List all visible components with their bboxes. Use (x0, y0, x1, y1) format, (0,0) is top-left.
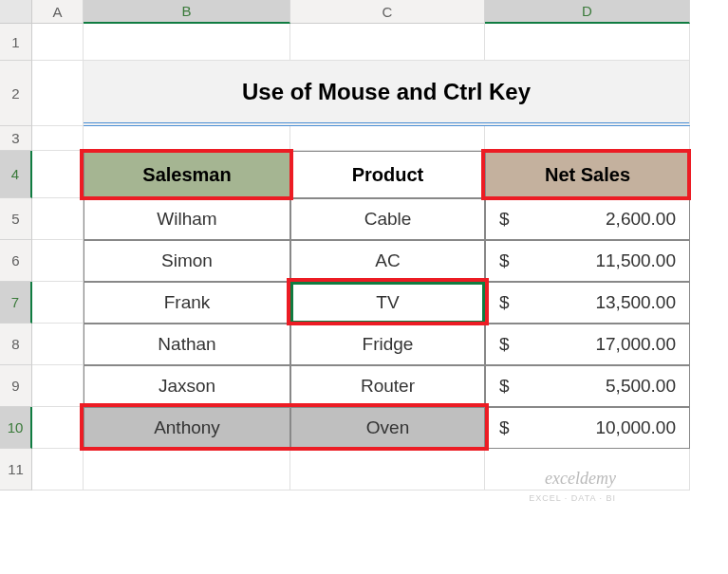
currency-symbol: $ (499, 292, 510, 313)
row-header-10[interactable]: 10 (0, 407, 32, 449)
cell-b6[interactable]: Simon (84, 240, 290, 282)
currency-symbol: $ (499, 376, 510, 397)
cell-a10[interactable] (32, 407, 84, 449)
col-header-c[interactable]: C (290, 0, 485, 24)
row-header-8[interactable]: 8 (0, 324, 32, 365)
currency-symbol: $ (499, 334, 510, 355)
cell-d3[interactable] (485, 126, 690, 151)
money-value: 5,500.00 (606, 376, 676, 397)
cell-c3[interactable] (290, 126, 485, 151)
cell-a2[interactable] (32, 61, 84, 126)
currency-symbol: $ (499, 209, 510, 230)
cell-a8[interactable] (32, 324, 84, 365)
select-all-corner[interactable] (0, 0, 32, 24)
cell-b11[interactable] (84, 449, 290, 491)
cell-a9[interactable] (32, 365, 84, 407)
cell-d5[interactable]: $2,600.00 (485, 198, 690, 240)
cell-a11[interactable] (32, 449, 84, 491)
currency-symbol: $ (499, 250, 510, 271)
row-header-7[interactable]: 7 (0, 282, 32, 324)
header-netsales[interactable]: Net Sales (485, 151, 690, 198)
cell-b3[interactable] (84, 126, 290, 151)
cell-c7-active[interactable]: TV (290, 282, 485, 324)
money-value: 2,600.00 (606, 209, 676, 230)
cell-b10[interactable]: Anthony (84, 407, 290, 449)
cell-d8[interactable]: $17,000.00 (485, 324, 690, 365)
cell-b9[interactable]: Jaxson (84, 365, 290, 407)
row-header-3[interactable]: 3 (0, 126, 32, 151)
cell-c11[interactable] (290, 449, 485, 491)
row-header-5[interactable]: 5 (0, 198, 32, 240)
row-header-1[interactable]: 1 (0, 24, 32, 61)
cell-b8[interactable]: Nathan (84, 324, 290, 365)
header-product[interactable]: Product (290, 151, 485, 198)
money-value: 13,500.00 (595, 292, 676, 313)
cell-d10[interactable]: $10,000.00 (485, 407, 690, 449)
row-header-6[interactable]: 6 (0, 240, 32, 282)
row-header-4[interactable]: 4 (0, 151, 32, 198)
cell-a5[interactable] (32, 198, 84, 240)
cell-a3[interactable] (32, 126, 84, 151)
cell-c1[interactable] (290, 24, 485, 61)
col-header-d[interactable]: D (485, 0, 690, 24)
currency-symbol: $ (499, 417, 510, 438)
cell-d11[interactable] (485, 449, 690, 491)
cell-d9[interactable]: $5,500.00 (485, 365, 690, 407)
spreadsheet-grid: A B C D 1 2 Use of Mouse and Ctrl Key 3 … (0, 0, 728, 491)
cell-c10[interactable]: Oven (290, 407, 485, 449)
cell-a6[interactable] (32, 240, 84, 282)
cell-c8[interactable]: Fridge (290, 324, 485, 365)
cell-a4[interactable] (32, 151, 84, 198)
cell-d7[interactable]: $13,500.00 (485, 282, 690, 324)
cell-d6[interactable]: $11,500.00 (485, 240, 690, 282)
money-value: 17,000.00 (595, 334, 676, 355)
watermark-subtitle: EXCEL · DATA · BI (529, 493, 616, 503)
cell-c9[interactable]: Router (290, 365, 485, 407)
cell-b5[interactable]: Wilham (84, 198, 290, 240)
title-cell[interactable]: Use of Mouse and Ctrl Key (84, 61, 690, 126)
header-salesman[interactable]: Salesman (84, 151, 290, 198)
cell-a7[interactable] (32, 282, 84, 324)
cell-b7[interactable]: Frank (84, 282, 290, 324)
row-header-11[interactable]: 11 (0, 449, 32, 491)
cell-b1[interactable] (84, 24, 290, 61)
row-header-2[interactable]: 2 (0, 61, 32, 126)
cell-a1[interactable] (32, 24, 84, 61)
col-header-a[interactable]: A (32, 0, 84, 24)
cell-c5[interactable]: Cable (290, 198, 485, 240)
cell-d1[interactable] (485, 24, 690, 61)
col-header-b[interactable]: B (84, 0, 290, 24)
cell-c6[interactable]: AC (290, 240, 485, 282)
row-header-9[interactable]: 9 (0, 365, 32, 407)
money-value: 11,500.00 (595, 250, 676, 271)
money-value: 10,000.00 (595, 417, 676, 438)
